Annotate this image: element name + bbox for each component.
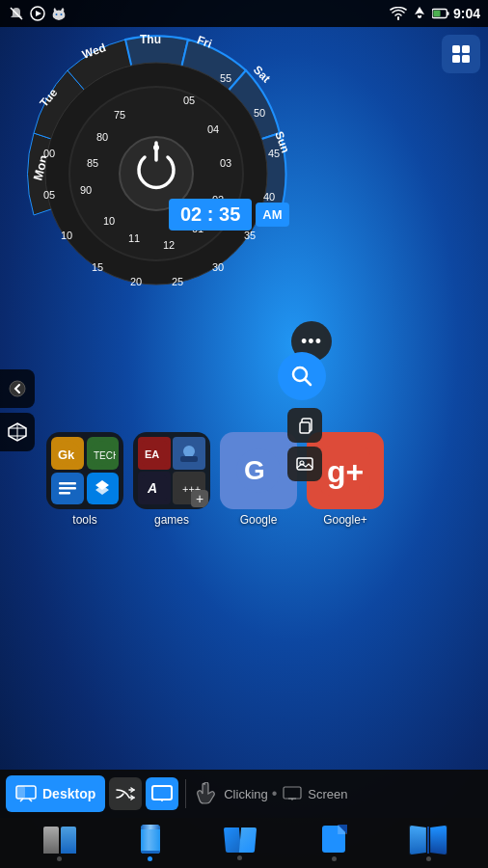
desktop-button[interactable]: Desktop	[6, 775, 105, 812]
taskbar-divider	[185, 779, 186, 808]
time-hours: 02 : 35	[169, 199, 252, 231]
copy-button[interactable]	[287, 408, 322, 443]
svg-rect-61	[59, 492, 70, 495]
svg-rect-8	[452, 45, 460, 53]
svg-point-4	[61, 14, 63, 15]
svg-text:80: 80	[96, 131, 108, 143]
thumbnail-5[interactable]	[410, 825, 447, 861]
image-button[interactable]	[287, 447, 322, 481]
battery-icon	[432, 5, 449, 22]
screen-icon-small	[281, 784, 304, 803]
svg-text:20: 20	[130, 276, 142, 287]
status-time: 9:04	[453, 6, 480, 21]
taskbar: Desktop Clicking •	[0, 770, 488, 818]
svg-text:12: 12	[163, 239, 175, 251]
svg-text:A: A	[147, 480, 157, 496]
thumbnail-1[interactable]	[41, 825, 78, 861]
svg-text:TECH: TECH	[94, 450, 116, 461]
svg-rect-83	[284, 787, 301, 799]
time-ampm: AM	[256, 203, 288, 227]
clicking-label: Clicking	[224, 787, 268, 801]
main-content: Mon Tue Wed Thu Fri Sat Sun 55 50 45 40 …	[0, 27, 488, 820]
floating-actions: •••	[287, 321, 332, 481]
svg-text:G: G	[244, 455, 265, 485]
status-left-icons	[8, 5, 68, 22]
svg-text:05: 05	[43, 189, 55, 201]
thumb-dot-5	[426, 856, 431, 861]
svg-point-48	[10, 381, 25, 396]
svg-text:11: 11	[128, 232, 140, 244]
svg-rect-51	[300, 422, 310, 433]
svg-rect-77	[16, 786, 25, 799]
svg-rect-10	[452, 55, 460, 63]
google-plus-label: Google+	[323, 513, 367, 527]
sidebar-left	[0, 369, 35, 451]
svg-text:30: 30	[212, 261, 224, 273]
clock-widget[interactable]: Mon Tue Wed Thu Fri Sat Sun 55 50 45 40 …	[14, 32, 299, 316]
svg-text:10: 10	[61, 230, 72, 241]
cat-icon	[50, 5, 68, 22]
screen-button[interactable]	[146, 777, 178, 810]
touch-icon	[193, 782, 220, 805]
svg-text:g+: g+	[327, 454, 364, 489]
svg-text:Gk: Gk	[58, 448, 75, 462]
airplane-icon	[411, 5, 428, 22]
thumb-dot-1	[57, 856, 62, 861]
google-app[interactable]: G Google	[220, 432, 297, 527]
svg-rect-6	[447, 12, 449, 15]
svg-point-3	[56, 14, 58, 15]
svg-text:55: 55	[220, 72, 231, 84]
thumbnail-3[interactable]	[223, 826, 258, 860]
games-label: games	[154, 513, 189, 527]
svg-text:50: 50	[254, 107, 265, 119]
shuffle-button[interactable]	[109, 777, 142, 810]
svg-text:45: 45	[268, 148, 280, 159]
thumbnail-4[interactable]	[320, 825, 347, 861]
thumbnail-2[interactable]	[141, 825, 160, 861]
grid-icon-button[interactable]	[442, 35, 480, 73]
svg-text:85: 85	[87, 157, 98, 169]
google-label: Google	[240, 513, 278, 527]
notification-silent-icon	[8, 5, 25, 22]
svg-rect-59	[59, 482, 76, 485]
svg-rect-52	[297, 458, 312, 470]
games-folder[interactable]: EA A	[133, 432, 210, 527]
svg-rect-7	[433, 11, 440, 16]
play-icon	[29, 5, 46, 22]
thumbnails-row	[0, 818, 488, 868]
svg-text:04: 04	[207, 123, 219, 135]
svg-rect-11	[462, 55, 470, 63]
svg-text:EA: EA	[145, 448, 159, 460]
tools-folder[interactable]: Gk TECH	[46, 432, 123, 527]
svg-rect-80	[152, 786, 172, 800]
svg-text:10: 10	[103, 215, 115, 227]
svg-text:00: 00	[43, 148, 55, 159]
desktop-label: Desktop	[42, 786, 95, 801]
app-icons-row: Gk TECH	[46, 432, 384, 527]
svg-text:75: 75	[114, 109, 125, 121]
svg-line-50	[305, 379, 311, 385]
status-right-icons: 9:04	[390, 5, 480, 22]
back-button[interactable]	[0, 369, 35, 408]
svg-text:25: 25	[172, 276, 183, 287]
screen-label: Screen	[308, 787, 347, 801]
svg-rect-67	[180, 456, 198, 462]
svg-text:90: 90	[80, 184, 92, 196]
box-icon-button[interactable]	[0, 413, 35, 451]
svg-marker-2	[36, 11, 41, 16]
thumb-dot-3	[237, 855, 242, 860]
tools-label: tools	[72, 513, 96, 527]
search-button[interactable]	[278, 352, 326, 400]
status-bar: 9:04	[0, 0, 488, 27]
svg-text:03: 03	[220, 157, 231, 169]
svg-rect-60	[59, 487, 76, 490]
svg-text:15: 15	[92, 261, 103, 273]
svg-text:35: 35	[244, 230, 256, 241]
thumb-dot-2	[148, 856, 152, 861]
thumb-dot-4	[332, 856, 337, 861]
wifi-icon	[390, 5, 407, 22]
svg-point-66	[183, 446, 195, 457]
svg-text:05: 05	[183, 95, 195, 106]
time-display: 02 : 35 AM	[169, 199, 289, 231]
svg-text:Thu: Thu	[140, 33, 161, 46]
